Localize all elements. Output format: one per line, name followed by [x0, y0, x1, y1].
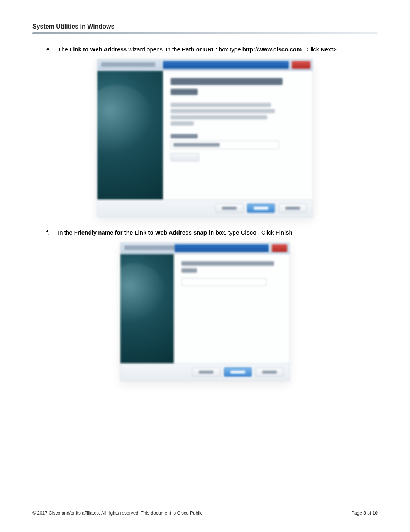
back-button[interactable] — [215, 204, 243, 213]
step-letter: e. — [46, 45, 58, 54]
text: . Click — [303, 46, 321, 53]
page-number: Page 3 of 10 — [351, 510, 378, 516]
wizard-titlebar — [120, 243, 290, 254]
browse-button[interactable] — [171, 153, 199, 161]
text-bold: Link to Web Address — [69, 46, 127, 53]
text: box, type — [215, 229, 241, 236]
wizard-description — [171, 103, 305, 126]
text: The — [58, 46, 69, 53]
friendly-name-label-2 — [181, 268, 197, 273]
wizard-side-graphic — [120, 254, 174, 363]
wizard-heading — [171, 78, 283, 85]
cancel-button[interactable] — [279, 204, 307, 213]
page-total: 10 — [373, 510, 378, 516]
step-e: e. The Link to Web Address wizard opens.… — [46, 45, 378, 54]
url-input[interactable] — [171, 141, 279, 149]
step-letter: f. — [46, 228, 58, 237]
finish-button[interactable] — [224, 367, 252, 377]
text-bold: Cisco — [241, 229, 256, 236]
wizard-title-text — [101, 62, 155, 67]
text-bold: Path or URL: — [182, 46, 217, 53]
document-title: System Utilities in Windows — [32, 23, 378, 30]
step-body: The Link to Web Address wizard opens. In… — [58, 45, 378, 54]
titlebar-strip — [163, 61, 289, 69]
friendly-name-input[interactable] — [181, 278, 266, 286]
text-bold: Finish — [276, 229, 293, 236]
close-button[interactable] — [272, 244, 287, 252]
text: . — [338, 46, 340, 53]
page-footer: © 2017 Cisco and/or its affiliates. All … — [32, 510, 378, 516]
cancel-button[interactable] — [256, 367, 283, 377]
close-button[interactable] — [292, 61, 310, 69]
next-button[interactable] — [247, 204, 275, 213]
wizard-dialog — [97, 59, 313, 218]
text: . — [294, 229, 296, 236]
text: . Click — [258, 229, 276, 236]
text: In the — [58, 229, 74, 236]
wizard-title-text — [124, 245, 178, 250]
url-label — [171, 134, 198, 138]
title-divider — [32, 32, 378, 34]
step-f: f. In the Friendly name for the Link to … — [46, 228, 378, 237]
wizard-side-graphic — [97, 71, 163, 199]
figure-wizard-url — [32, 59, 378, 218]
wizard-footer — [97, 199, 313, 217]
step-body: In the Friendly name for the Link to Web… — [58, 228, 378, 237]
text-bold: Friendly name for the Link to Web Addres… — [74, 229, 214, 236]
wizard-heading-line2 — [171, 89, 198, 95]
figure-wizard-name — [32, 242, 378, 381]
text-bold: Next> — [321, 46, 337, 53]
copyright-text: © 2017 Cisco and/or its affiliates. All … — [32, 510, 204, 516]
wizard-main-pane — [163, 71, 313, 199]
wizard-titlebar — [97, 59, 313, 71]
wizard-main-pane — [174, 254, 290, 363]
page-current: 3 — [363, 510, 366, 516]
text-bold: http://www.cisco.com — [242, 46, 302, 53]
text: box type — [219, 46, 242, 53]
page-label: Page — [351, 510, 363, 516]
titlebar-strip — [175, 244, 269, 252]
back-button[interactable] — [192, 367, 220, 377]
wizard-dialog — [120, 242, 290, 381]
page-sep: of — [366, 510, 373, 516]
wizard-footer — [120, 363, 290, 381]
friendly-name-label — [181, 261, 274, 266]
text: wizard opens. In the — [129, 46, 182, 53]
